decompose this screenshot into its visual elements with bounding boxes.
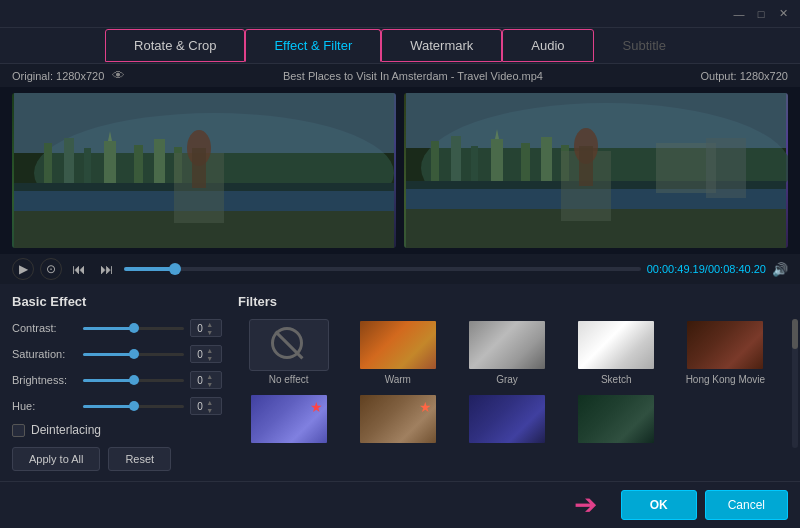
contrast-up[interactable]: ▲ xyxy=(205,320,215,328)
filters-grid: No effect Warm Gray xyxy=(238,319,776,448)
tab-bar: Rotate & Crop Effect & Filter Watermark … xyxy=(0,28,800,64)
saturation-slider[interactable] xyxy=(83,346,184,362)
cancel-button[interactable]: Cancel xyxy=(705,490,788,520)
saturation-label: Saturation: xyxy=(12,348,77,360)
no-effect-thumb xyxy=(249,319,329,371)
hue-fill xyxy=(83,405,134,408)
star-badge-r2: ★ xyxy=(310,399,323,415)
svg-rect-10 xyxy=(154,139,165,183)
eye-icon[interactable]: 👁 xyxy=(112,68,125,83)
saturation-up[interactable]: ▲ xyxy=(205,346,215,354)
filter-hkmovie[interactable]: Hong Kong Movie xyxy=(675,319,776,385)
filter-sketch[interactable]: Sketch xyxy=(566,319,667,385)
filter-r4[interactable] xyxy=(456,393,557,448)
deinterlacing-checkbox[interactable] xyxy=(12,424,25,437)
time-display: 00:00:49.19/00:08:40.20 xyxy=(647,263,766,275)
svg-rect-27 xyxy=(541,137,552,181)
reset-button[interactable]: Reset xyxy=(108,447,171,471)
title-bar: — □ ✕ xyxy=(0,0,800,28)
red-arrow-icon: ➔ xyxy=(574,488,593,521)
brightness-label: Brightness: xyxy=(12,374,77,386)
brightness-fill xyxy=(83,379,134,382)
progress-fill xyxy=(124,267,175,271)
filters-title: Filters xyxy=(238,294,788,309)
svg-rect-16 xyxy=(192,148,206,188)
saturation-track xyxy=(83,353,184,356)
filters-scrollbar[interactable] xyxy=(792,319,798,448)
next-frame-button[interactable]: ⏭ xyxy=(96,258,118,280)
brightness-down[interactable]: ▼ xyxy=(205,380,215,388)
brightness-up[interactable]: ▲ xyxy=(205,372,215,380)
svg-rect-24 xyxy=(491,139,503,181)
prev-frame-button[interactable]: ⏮ xyxy=(68,258,90,280)
filter-no-effect[interactable]: No effect xyxy=(238,319,339,385)
hue-down[interactable]: ▼ xyxy=(205,406,215,414)
apply-all-button[interactable]: Apply to All xyxy=(12,447,100,471)
contrast-thumb[interactable] xyxy=(129,323,139,333)
saturation-down[interactable]: ▼ xyxy=(205,354,215,362)
volume-icon[interactable]: 🔊 xyxy=(772,262,788,277)
minimize-button[interactable]: — xyxy=(730,5,748,23)
warm-thumb xyxy=(358,319,438,371)
main-actions: ➔ OK Cancel xyxy=(0,481,800,527)
close-button[interactable]: ✕ xyxy=(774,5,792,23)
tab-watermark[interactable]: Watermark xyxy=(381,29,502,62)
hue-up[interactable]: ▲ xyxy=(205,398,215,406)
current-time: 00:00:49.19 xyxy=(647,263,705,275)
progress-bar[interactable] xyxy=(124,267,641,271)
hue-value[interactable]: 0 ▲ ▼ xyxy=(190,397,222,415)
contrast-down[interactable]: ▼ xyxy=(205,328,215,336)
contrast-label: Contrast: xyxy=(12,322,77,334)
gray-thumb xyxy=(467,319,547,371)
play-button[interactable]: ▶ xyxy=(12,258,34,280)
r2-thumb: ★ xyxy=(249,393,329,445)
tab-effect-filter[interactable]: Effect & Filter xyxy=(245,29,381,62)
basic-effect-panel: Basic Effect Contrast: 0 ▲ ▼ Saturation: xyxy=(12,294,222,471)
brightness-value[interactable]: 0 ▲ ▼ xyxy=(190,371,222,389)
contrast-slider[interactable] xyxy=(83,320,184,336)
contrast-value[interactable]: 0 ▲ ▼ xyxy=(190,319,222,337)
filters-scrollbar-thumb xyxy=(792,319,798,349)
filter-r3[interactable]: ★ xyxy=(347,393,448,448)
contrast-fill xyxy=(83,327,134,330)
saturation-fill xyxy=(83,353,134,356)
filter-r5[interactable] xyxy=(566,393,667,448)
stop-button[interactable]: ⊙ xyxy=(40,258,62,280)
maximize-button[interactable]: □ xyxy=(752,5,770,23)
playback-controls: ▶ ⊙ ⏮ ⏭ 00:00:49.19/00:08:40.20 🔊 xyxy=(0,254,800,284)
tab-audio[interactable]: Audio xyxy=(502,29,593,62)
saturation-arrows: ▲ ▼ xyxy=(205,346,215,362)
original-video-frame xyxy=(12,93,396,248)
ok-button[interactable]: OK xyxy=(621,490,697,520)
gray-label: Gray xyxy=(496,374,518,385)
brightness-slider[interactable] xyxy=(83,372,184,388)
tab-subtitle: Subtitle xyxy=(594,29,695,62)
saturation-row: Saturation: 0 ▲ ▼ xyxy=(12,345,222,363)
brightness-thumb[interactable] xyxy=(129,375,139,385)
hue-track xyxy=(83,405,184,408)
bottom-panel: Basic Effect Contrast: 0 ▲ ▼ Saturation: xyxy=(0,284,800,481)
svg-rect-22 xyxy=(451,136,461,181)
tab-rotate-crop[interactable]: Rotate & Crop xyxy=(105,29,245,62)
svg-rect-23 xyxy=(471,146,478,181)
brightness-row: Brightness: 0 ▲ ▼ xyxy=(12,371,222,389)
hue-slider[interactable] xyxy=(83,398,184,414)
saturation-thumb[interactable] xyxy=(129,349,139,359)
filter-gray[interactable]: Gray xyxy=(456,319,557,385)
hue-thumb[interactable] xyxy=(129,401,139,411)
hue-arrows: ▲ ▼ xyxy=(205,398,215,414)
original-video-thumbnail xyxy=(12,93,396,248)
preview-videos xyxy=(0,87,800,254)
original-resolution: Original: 1280x720 xyxy=(12,70,104,82)
progress-thumb[interactable] xyxy=(169,263,181,275)
deinterlacing-row: Deinterlacing xyxy=(12,423,222,437)
brightness-track xyxy=(83,379,184,382)
filter-warm[interactable]: Warm xyxy=(347,319,448,385)
hue-row: Hue: 0 ▲ ▼ xyxy=(12,397,222,415)
filter-r2[interactable]: ★ xyxy=(238,393,339,448)
saturation-value[interactable]: 0 ▲ ▼ xyxy=(190,345,222,363)
r4-thumb xyxy=(467,393,547,445)
contrast-row: Contrast: 0 ▲ ▼ xyxy=(12,319,222,337)
svg-rect-35 xyxy=(706,138,746,198)
hue-label: Hue: xyxy=(12,400,77,412)
